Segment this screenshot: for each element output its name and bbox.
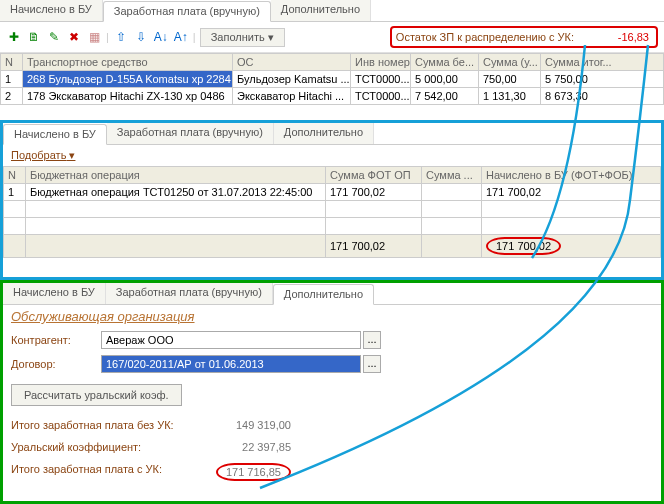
kontragent-input[interactable] <box>101 331 361 349</box>
empty-row <box>4 218 661 235</box>
th-si: Сумма итог... <box>541 54 664 71</box>
th-nb: Начислено в БУ (ФОТ+ФОБ) <box>482 167 661 184</box>
th-sfo: Сумма ФОТ ОП <box>326 167 422 184</box>
top-tabs: Начислено в БУ Заработная плата (вручную… <box>0 0 664 22</box>
tab-dopolnitelno-2[interactable]: Дополнительно <box>274 123 374 144</box>
empty-row <box>4 201 661 218</box>
th-os: ОС <box>233 54 351 71</box>
mid-tabs: Начислено в БУ Заработная плата (вручную… <box>3 123 661 145</box>
edit-icon[interactable]: ✎ <box>46 29 62 45</box>
add-copy-icon[interactable]: 🗎 <box>26 29 42 45</box>
total-ural-label: Уральский коэффициент: <box>11 441 191 453</box>
th-n: N <box>1 54 23 71</box>
clear-icon[interactable]: ▦ <box>86 29 102 45</box>
table-row[interactable]: 2 178 Экскаватор Hitachi ZX-130 хр 0486 … <box>1 88 664 105</box>
total-bez-uk-value: 149 319,00 <box>191 419 291 431</box>
tab-nachisleno-3[interactable]: Начислено в БУ <box>3 283 106 304</box>
th-sb: Сумма бе... <box>411 54 479 71</box>
kontragent-label: Контрагент: <box>11 334 101 346</box>
th-ts: Транспортное средство <box>23 54 233 71</box>
total-s-uk-value: 171 716,85 <box>191 463 291 481</box>
ostatok-label: Остаток ЗП к распределению с УК: <box>396 31 574 43</box>
up-icon[interactable]: ⇧ <box>113 29 129 45</box>
total-s-uk-label: Итого заработная плата с УК: <box>11 463 191 481</box>
th-bo: Бюджетная операция <box>26 167 326 184</box>
ostatok-box: Остаток ЗП к распределению с УК: -16,83 <box>390 26 658 48</box>
org-title: Обслуживающая организация <box>3 305 661 328</box>
tab-zarplata-3[interactable]: Заработная плата (вручную) <box>106 283 273 304</box>
tab-dopolnitelno-3[interactable]: Дополнительно <box>273 284 374 305</box>
th-su: Сумма (у... <box>479 54 541 71</box>
kontragent-lookup-button[interactable]: ... <box>363 331 381 349</box>
tab-nachisleno[interactable]: Начислено в БУ <box>0 0 103 21</box>
th-inv: Инв номер <box>351 54 411 71</box>
sort-desc-icon[interactable]: A↑ <box>173 29 189 45</box>
add-icon[interactable]: ✚ <box>6 29 22 45</box>
table-row[interactable]: 1 268 Бульдозер D-155A Komatsu хр 2284 7… <box>1 71 664 88</box>
total-ural-value: 22 397,85 <box>191 441 291 453</box>
podobrat-link[interactable]: Подобрать ▾ <box>3 145 661 166</box>
tab-nachisleno-2[interactable]: Начислено в БУ <box>3 124 107 145</box>
th-su2: Сумма ... <box>422 167 482 184</box>
dogovor-label: Договор: <box>11 358 101 370</box>
th-n2: N <box>4 167 26 184</box>
delete-icon[interactable]: ✖ <box>66 29 82 45</box>
fill-button[interactable]: Заполнить ▾ <box>200 28 285 47</box>
budget-table: N Бюджетная операция Сумма ФОТ ОП Сумма … <box>3 166 661 258</box>
bot-tabs: Начислено в БУ Заработная плата (вручную… <box>3 283 661 305</box>
dogovor-lookup-button[interactable]: ... <box>363 355 381 373</box>
ostatok-value: -16,83 <box>582 30 652 44</box>
totals-row: 171 700,02 171 700,02 <box>4 235 661 258</box>
tab-zarplata[interactable]: Заработная плата (вручную) <box>103 1 271 22</box>
table-row[interactable]: 1 Бюджетная операция ТСТ01250 от 31.07.2… <box>4 184 661 201</box>
sort-asc-icon[interactable]: A↓ <box>153 29 169 45</box>
down-icon[interactable]: ⇩ <box>133 29 149 45</box>
dogovor-input[interactable]: 167/020-2011/АР от 01.06.2013 <box>101 355 361 373</box>
total-bez-uk-label: Итого заработная плата без УК: <box>11 419 191 431</box>
tab-zarplata-2[interactable]: Заработная плата (вручную) <box>107 123 274 144</box>
calc-ural-button[interactable]: Рассчитать уральский коэф. <box>11 384 182 406</box>
tab-dopolnitelno[interactable]: Дополнительно <box>271 0 371 21</box>
total-nb-circled: 171 700,02 <box>486 237 561 255</box>
top-table: N Транспортное средство ОС Инв номер Сум… <box>0 53 664 105</box>
